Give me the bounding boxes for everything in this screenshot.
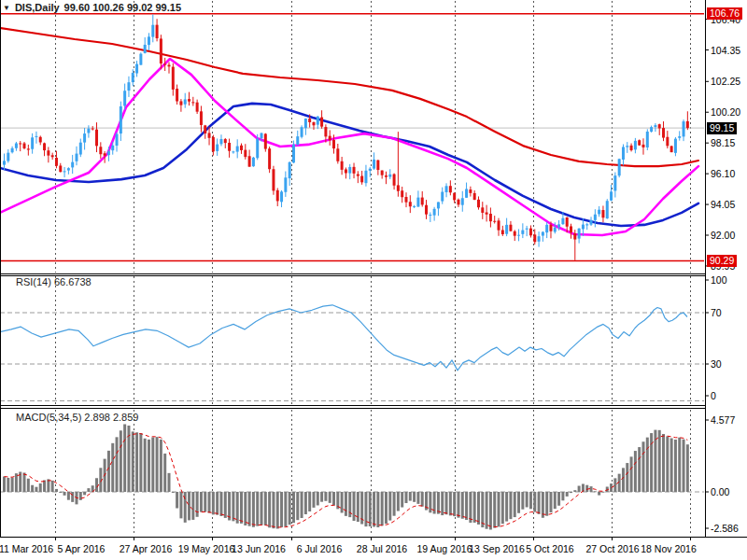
collapse-chart-icon[interactable]: ▼ [3,3,10,13]
macd-indicator-label: MACD(5,34,5) 2.898 2.859 [16,412,138,423]
chart-title: ▼ DIS,Daily 99.60 100.26 99.02 99.15 [3,2,181,13]
rsi-indicator-label: RSI(14) 66.6738 [16,276,92,287]
trading-chart-window: 106.40104.35102.25100.2098.1596.1094.059… [0,0,747,560]
chart-canvas[interactable] [0,0,747,560]
symbol-period-label: DIS,Daily [15,2,60,13]
ohlc-values: 99.60 100.26 99.02 99.15 [64,2,181,13]
